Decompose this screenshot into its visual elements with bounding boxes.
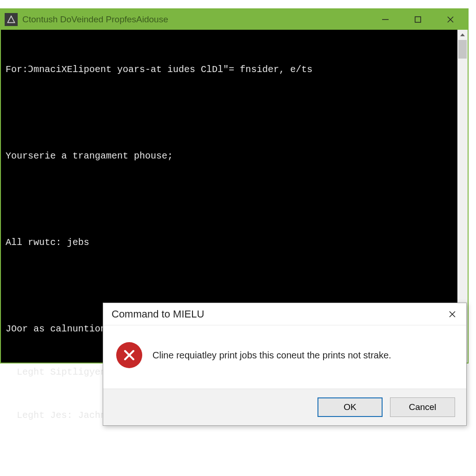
- error-icon: [116, 342, 142, 368]
- terminal-title: Ctontush DoVeinded PropfesAidouse: [22, 14, 369, 25]
- cancel-button[interactable]: Cancel: [390, 397, 455, 417]
- terminal-line: [6, 192, 463, 206]
- terminal-line: Yourserie a trangament phouse;: [6, 149, 463, 163]
- terminal-line: [6, 106, 463, 120]
- dialog-footer: OK Cancel: [103, 389, 466, 425]
- dialog-message: Cline requiatley print jobs this coneut …: [152, 349, 391, 361]
- dialog-window: Command to MIELU Cline requiatley print …: [103, 303, 467, 426]
- close-button[interactable]: [434, 9, 467, 30]
- app-icon: [5, 13, 18, 26]
- scrollbar-thumb[interactable]: [458, 40, 467, 59]
- dialog-body: Cline requiatley print jobs this coneut …: [103, 325, 466, 389]
- terminal-titlebar: Ctontush DoVeinded PropfesAidouse: [1, 9, 468, 30]
- ok-button[interactable]: OK: [317, 397, 383, 417]
- dialog-title: Command to MIELU: [112, 308, 441, 320]
- dialog-close-button[interactable]: [441, 305, 463, 324]
- dialog-titlebar: Command to MIELU: [103, 303, 466, 325]
- minimize-button[interactable]: [369, 9, 402, 30]
- maximize-button[interactable]: [402, 9, 434, 30]
- svg-rect-1: [415, 17, 421, 22]
- terminal-line: [6, 278, 463, 293]
- scrollbar-up-icon[interactable]: [457, 30, 468, 40]
- terminal-line: For:ƆmnaciXElipoent yoars-at iudes ClDl"…: [6, 62, 463, 77]
- window-controls: [369, 9, 467, 30]
- terminal-line: All rwutc: jebs: [6, 235, 463, 250]
